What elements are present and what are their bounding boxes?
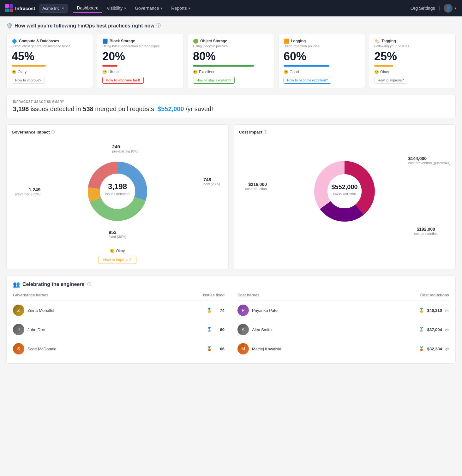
company-selector[interactable]: Acme Inc ▼: [39, 4, 68, 13]
cost-info-icon[interactable]: ⓘ: [264, 130, 267, 134]
main-content: 🛡️ How well you're following FinOps best…: [0, 16, 462, 476]
tagging-status-text: Okay: [380, 70, 389, 74]
compute-improve-button[interactable]: How to improve?: [12, 77, 45, 84]
cost-hero-3-medal: 🥉: [419, 346, 424, 351]
logo-text: Infracost: [15, 6, 35, 11]
cost-hero-3-unit: /yr: [445, 347, 449, 351]
nav-link-visibility[interactable]: Visibility ▼: [103, 4, 130, 13]
user-icon: 👤: [444, 4, 453, 13]
cost-hero-3-value: $32,384: [427, 347, 442, 351]
svg-rect-3: [9, 9, 13, 12]
celebrating-title: 👥 Celebrating the engineers ⓘ: [13, 281, 449, 288]
cost-heroes-col-label: Cost reductions: [420, 293, 449, 297]
block-storage-progress-bar: [102, 65, 117, 67]
summary-prs: 538: [83, 105, 93, 112]
celebrating-section: 👥 Celebrating the engineers ⓘ Governance…: [6, 276, 456, 364]
cost-hero-2-medal: 🥈: [419, 327, 424, 332]
cost-donut-area: $216,000 cost reduction $144,000 cost pr…: [239, 141, 451, 242]
card-tagging: 🏷️ Tagging Following your policies 25% 🙂…: [369, 34, 456, 88]
cost-hero-2-value: $37,094: [427, 327, 442, 332]
gov-hero-3-name: Scott McDonald: [27, 347, 203, 351]
logging-pct: 60%: [284, 50, 360, 63]
nav-link-reports-label: Reports: [171, 6, 187, 11]
company-name: Acme Inc: [42, 6, 59, 11]
celebrating-icon: 👥: [13, 281, 20, 288]
summary-savings: $552,000: [158, 105, 184, 112]
nav-right: Org Settings | 👤 ▼: [411, 4, 457, 13]
compute-icon: 🔷: [12, 39, 17, 44]
gov-hero-1-avatar: Z: [13, 305, 24, 316]
tagging-icon: 🏷️: [374, 39, 380, 44]
nav-link-governance[interactable]: Governance ▼: [131, 4, 167, 13]
governance-status-emoji: 🙂: [110, 249, 115, 253]
governance-status-text: Okay: [116, 249, 125, 253]
governance-heroes-title: Governance heroes: [13, 293, 48, 297]
svg-rect-2: [5, 9, 9, 12]
cost-hero-2-name: Alex Smith: [252, 327, 416, 332]
logging-improve-button[interactable]: How to become excellent?: [284, 77, 331, 84]
block-storage-icon: 🟦: [102, 39, 108, 44]
cost-heroes-col: Cost heroes Cost reductions P Priyanka P…: [231, 293, 449, 358]
gov-hero-2-name: John Doe: [27, 327, 203, 332]
tagging-pct: 25%: [374, 50, 450, 63]
tagging-progress-bar: [374, 65, 393, 67]
object-storage-excellent-button[interactable]: How to stay excellent?: [193, 77, 235, 84]
cost-donut-svg: $552,000 saved per year: [308, 155, 381, 228]
gov-hero-2-medal: 🥈: [207, 327, 212, 332]
card-block-storage: 🟦 Block Storage Using latest generation …: [97, 34, 184, 88]
cost-hero-row-3: M Maciej Kowalski 🥉 $32,384 /yr: [237, 339, 449, 358]
nav-link-reports-arrow-icon: ▼: [188, 7, 191, 10]
nav-link-visibility-arrow-icon: ▼: [123, 7, 127, 10]
navbar: Infracost Acme Inc ▼ Dashboard Visibilit…: [0, 0, 462, 16]
compute-progress-bar: [12, 65, 46, 67]
card-compute: 🔷 Compute & Databases Using latest gener…: [6, 34, 93, 88]
object-storage-progress-bar: [193, 65, 254, 67]
nav-link-reports[interactable]: Reports ▼: [167, 4, 195, 13]
org-settings-link[interactable]: Org Settings: [411, 6, 435, 11]
finops-section-title: 🛡️ How well you're following FinOps best…: [6, 23, 456, 29]
object-storage-title: Object Storage: [200, 39, 227, 43]
governance-improve-button[interactable]: How to improve?: [99, 256, 136, 264]
cost-prevention-guardrails-label: $144,000 cost prevention (guardrails): [408, 156, 450, 165]
compute-subtitle: Using latest generation instance types: [12, 44, 88, 48]
nav-link-governance-arrow-icon: ▼: [160, 7, 163, 10]
governance-hero-row-1: Z Zeina Mohallel 🥇 74: [13, 301, 225, 320]
governance-chart-title: Governance impact ⓘ: [12, 130, 223, 134]
governance-info-icon[interactable]: ⓘ: [51, 130, 55, 134]
block-storage-improve-button[interactable]: How to improve fast!: [102, 77, 144, 84]
svg-rect-0: [5, 4, 9, 8]
summary-issues: 3,198: [13, 105, 29, 112]
compute-pct: 45%: [12, 50, 88, 63]
governance-donut-svg: 3,198 issues detected: [83, 157, 152, 226]
celebrating-info-icon[interactable]: ⓘ: [87, 282, 91, 287]
gov-hero-1-value: 74: [215, 308, 225, 313]
company-arrow-icon: ▼: [62, 7, 65, 10]
logging-progress-bar: [284, 65, 329, 67]
nav-separator: |: [439, 6, 440, 11]
cost-hero-3-avatar: M: [237, 343, 249, 354]
object-storage-status-emoji: 😊: [193, 70, 198, 74]
logging-subtitle: Using retention policies: [284, 44, 360, 48]
cost-hero-1-value: $40,210: [427, 308, 442, 313]
logging-icon: 🟧: [284, 39, 289, 44]
svg-text:3,198: 3,198: [108, 182, 127, 191]
gov-hero-1-name: Zeina Mohallel: [27, 308, 203, 313]
logging-title: Logging: [291, 39, 306, 43]
nav-link-dashboard[interactable]: Dashboard: [73, 3, 102, 13]
cost-hero-1-unit: /yr: [445, 308, 449, 312]
finops-info-icon[interactable]: ⓘ: [156, 23, 161, 29]
tagging-improve-button[interactable]: How to improve?: [374, 77, 407, 84]
object-storage-status-text: Excellent: [199, 70, 214, 74]
block-storage-title: Block Storage: [110, 39, 135, 43]
tagging-title: Tagging: [381, 39, 396, 43]
finops-title-text: How well you're following FinOps best pr…: [15, 23, 154, 29]
governance-status-badge: 🙂 Okay: [110, 249, 125, 253]
svg-text:saved per year: saved per year: [333, 192, 356, 195]
cost-title-text: Cost impact: [239, 130, 262, 134]
logo: Infracost: [5, 4, 35, 12]
logging-status-emoji: 🙂: [284, 70, 288, 74]
user-menu[interactable]: 👤 ▼: [444, 4, 457, 13]
nav-link-dashboard-label: Dashboard: [77, 5, 99, 10]
compute-status-text: Okay: [18, 70, 27, 74]
cost-heroes-header: Cost heroes Cost reductions: [237, 293, 449, 301]
